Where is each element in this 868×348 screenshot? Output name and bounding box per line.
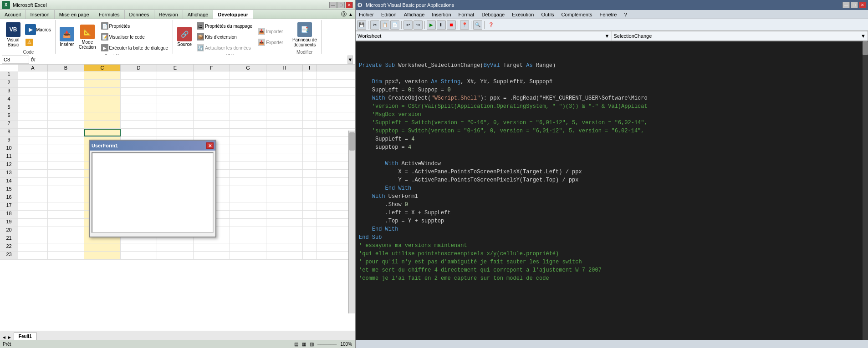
cell-g6[interactable]	[230, 112, 266, 120]
cell-b11[interactable]	[48, 153, 84, 161]
cell-b3[interactable]	[48, 88, 84, 96]
cell-h10[interactable]	[266, 145, 303, 153]
cell-b10[interactable]	[48, 145, 84, 153]
visualiser-code-button[interactable]: 📝 Visualiser le code	[99, 32, 170, 42]
cell-g13[interactable]	[230, 170, 266, 177]
vba-redo-btn[interactable]: ↪	[414, 20, 423, 30]
cell-i14[interactable]	[303, 178, 317, 186]
tab-donnees[interactable]: Données	[125, 10, 154, 19]
vba-minimize-btn[interactable]: —	[842, 2, 850, 8]
cell-h12[interactable]	[266, 161, 303, 169]
vba-menu-insertion[interactable]: Insertion	[428, 11, 454, 18]
cell-g16[interactable]	[230, 194, 266, 202]
sheet-nav-prev[interactable]: ◄	[2, 335, 6, 340]
cell-i21[interactable]	[303, 235, 317, 243]
cell-c2[interactable]	[84, 80, 121, 87]
cell-h9[interactable]	[266, 137, 303, 145]
cell-d23[interactable]	[121, 252, 157, 259]
vba-run-btn[interactable]: ▶	[427, 20, 436, 30]
cell-f8[interactable]	[194, 129, 230, 136]
mode-creation-button[interactable]: 📐 ModeCréation	[77, 23, 97, 51]
cell-g2[interactable]	[230, 80, 266, 87]
cell-i12[interactable]	[303, 161, 317, 169]
cell-a16[interactable]	[18, 194, 48, 202]
cell-g19[interactable]	[230, 219, 266, 227]
cell-h5[interactable]	[266, 104, 303, 112]
vba-pause-btn[interactable]: ⏸	[437, 20, 446, 30]
cell-h15[interactable]	[266, 186, 303, 194]
cell-g18[interactable]	[230, 211, 266, 218]
cell-b22[interactable]	[48, 243, 84, 251]
sheet-tab-feuil1[interactable]: Feuil1	[14, 333, 37, 340]
cell-i18[interactable]	[303, 211, 317, 218]
cell-c5[interactable]	[84, 104, 121, 112]
sheet-nav-next[interactable]: ►	[7, 335, 12, 340]
cell-c6[interactable]	[84, 112, 121, 120]
cell-h8[interactable]	[266, 129, 303, 136]
cell-i2[interactable]	[303, 80, 317, 87]
cell-g21[interactable]	[230, 235, 266, 243]
tab-formules[interactable]: Formules	[94, 10, 125, 19]
view-layout-btn[interactable]: ▦	[302, 342, 306, 347]
cell-g11[interactable]	[230, 153, 266, 161]
cell-g12[interactable]	[230, 161, 266, 169]
cell-g10[interactable]	[230, 145, 266, 153]
cell-f2[interactable]	[194, 80, 230, 87]
vba-menu-affichage[interactable]: Affichage	[400, 11, 429, 18]
cell-i6[interactable]	[303, 112, 317, 120]
cell-a7[interactable]	[18, 121, 48, 128]
cell-b13[interactable]	[48, 170, 84, 177]
cell-g7[interactable]	[230, 121, 266, 128]
cell-g14[interactable]	[230, 178, 266, 186]
cell-b1[interactable]	[48, 71, 84, 79]
vba-procedure-selector[interactable]: SelectionChange ▼	[612, 31, 868, 41]
vba-maximize-btn[interactable]: □	[851, 2, 858, 8]
tab-developpeur[interactable]: Développeur	[213, 10, 253, 19]
cell-a13[interactable]	[18, 170, 48, 177]
cell-b21[interactable]	[48, 235, 84, 243]
cell-b6[interactable]	[48, 112, 84, 120]
exporter-button[interactable]: 📤 Exporter	[256, 37, 285, 47]
minimize-ribbon-icon[interactable]: ▲	[348, 12, 353, 17]
vba-paste-btn[interactable]: 📄	[390, 20, 399, 30]
formula-input[interactable]	[37, 57, 346, 62]
cell-a23[interactable]	[18, 252, 48, 259]
cell-b20[interactable]	[48, 227, 84, 235]
cell-g17[interactable]	[230, 202, 266, 210]
cell-h22[interactable]	[266, 243, 303, 251]
cell-e4[interactable]	[157, 96, 194, 104]
cell-i1[interactable]	[303, 71, 317, 79]
cell-b4[interactable]	[48, 96, 84, 104]
warning-btn[interactable]: ⚠	[24, 37, 52, 47]
cell-h1[interactable]	[266, 71, 303, 79]
cell-h4[interactable]	[266, 96, 303, 104]
vba-cut-btn[interactable]: ✂	[370, 20, 379, 30]
cell-b23[interactable]	[48, 252, 84, 259]
cell-a19[interactable]	[18, 219, 48, 227]
cell-e7[interactable]	[157, 121, 194, 128]
vba-object-selector[interactable]: Worksheet ▼	[355, 31, 612, 41]
cell-b17[interactable]	[48, 202, 84, 210]
cell-h2[interactable]	[266, 80, 303, 87]
cell-c4[interactable]	[84, 96, 121, 104]
cell-c3[interactable]	[84, 88, 121, 96]
cell-c23[interactable]	[84, 252, 121, 259]
inserer-button[interactable]: 📥 Insérer	[58, 25, 76, 48]
cell-d2[interactable]	[121, 80, 157, 87]
cell-a21[interactable]	[18, 235, 48, 243]
cell-f5[interactable]	[194, 104, 230, 112]
cell-d6[interactable]	[121, 112, 157, 120]
excel-maximize-btn[interactable]: □	[337, 2, 345, 8]
cell-h17[interactable]	[266, 202, 303, 210]
cell-e23[interactable]	[157, 252, 194, 259]
cell-b5[interactable]	[48, 104, 84, 112]
cell-a4[interactable]	[18, 96, 48, 104]
vba-copy-btn[interactable]: 📋	[380, 20, 389, 30]
cell-c8[interactable]	[84, 129, 121, 136]
cell-i22[interactable]	[303, 243, 317, 251]
cell-a22[interactable]	[18, 243, 48, 251]
cell-i7[interactable]	[303, 121, 317, 128]
vba-menu-fichier[interactable]: Fichier	[355, 11, 378, 18]
cell-b18[interactable]	[48, 211, 84, 218]
cell-a12[interactable]	[18, 161, 48, 169]
